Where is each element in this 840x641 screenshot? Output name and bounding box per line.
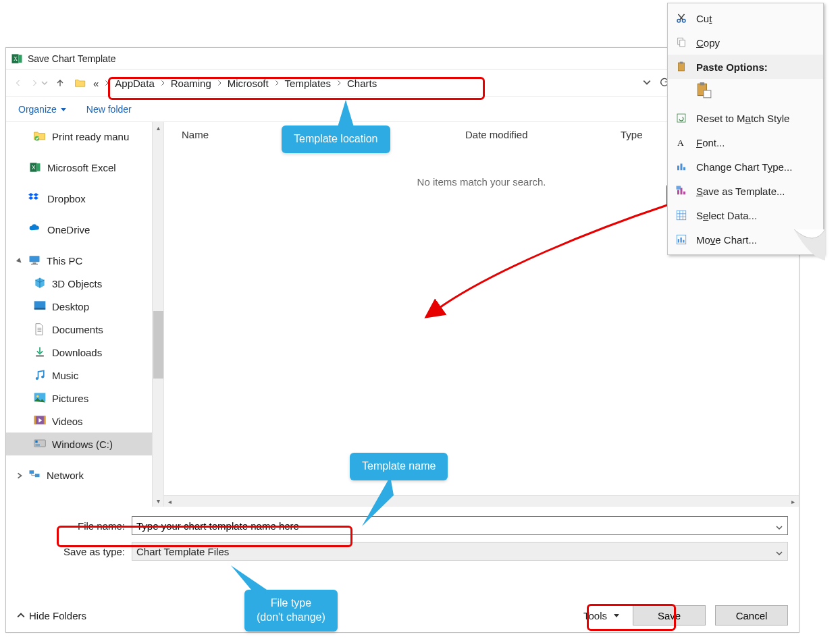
hide-folders-button[interactable]: Hide Folders [17,610,86,621]
ctx-paste-options-header: Paste Options: [668,55,823,79]
svg-rect-27 [34,416,36,424]
copy-icon [675,36,688,49]
column-modified-header[interactable]: Date modified [465,129,621,140]
svg-point-22 [36,377,38,380]
tree-item-pictures[interactable]: Pictures [6,387,163,410]
tree-item-videos[interactable]: Videos [6,410,163,433]
new-folder-button[interactable]: New folder [86,104,132,115]
svg-rect-53 [683,192,685,195]
file-name-input[interactable] [132,516,788,535]
move-chart-icon [675,233,688,246]
breadcrumb-microsoft[interactable]: Microsoft [225,76,271,90]
save-template-icon [675,184,688,198]
svg-rect-16 [34,301,46,308]
ctx-copy[interactable]: Copy [668,30,823,55]
cancel-button[interactable]: Cancel [715,605,788,625]
ctx-font[interactable]: A Font... [668,130,823,155]
tools-button[interactable]: Tools [583,610,619,621]
svg-marker-35 [362,476,394,526]
tree-item-onedrive[interactable]: OneDrive [6,218,163,241]
file-name-label: File name: [17,520,132,532]
svg-rect-49 [681,164,683,171]
ctx-paste-option-chip[interactable] [668,79,823,106]
reset-style-icon [675,111,688,125]
address-bar[interactable]: « AppData Roaming Microsoft Templates Ch… [70,73,637,93]
svg-text:A: A [677,138,684,148]
save-as-type-label: Save as type: [17,546,132,557]
svg-rect-21 [36,355,44,357]
nav-up-button[interactable] [53,76,67,90]
svg-rect-1 [19,55,22,63]
chart-type-icon [675,160,688,173]
scissors-icon [675,11,688,25]
svg-rect-28 [44,416,46,424]
svg-rect-61 [678,239,679,242]
svg-rect-32 [30,470,34,474]
svg-rect-48 [677,166,679,171]
navigation-pane: Print ready manu XMicrosoft Excel Dropbo… [6,122,163,507]
svg-marker-34 [338,100,354,127]
svg-rect-41 [679,63,685,71]
svg-rect-44 [700,82,705,85]
svg-rect-14 [33,262,36,264]
dialog-title: Save Chart Template [28,53,115,64]
svg-rect-50 [683,167,685,171]
tree-item-excel[interactable]: XMicrosoft Excel [6,156,163,179]
tree-item-3d-objects[interactable]: 3D Objects [6,272,163,295]
font-icon: A [675,136,688,149]
tree-item-downloads[interactable]: Downloads [6,341,163,364]
breadcrumb-charts[interactable]: Charts [344,76,379,90]
tree-item-network[interactable]: Network [6,464,163,486]
svg-marker-36 [231,565,269,598]
ctx-cut[interactable]: Cut [668,6,823,30]
clipboard-icon [675,60,688,74]
nav-forward-button[interactable] [28,76,41,90]
svg-rect-11 [37,163,41,171]
save-as-type-select[interactable]: Chart Template Files [132,542,788,561]
svg-point-23 [41,375,44,378]
breadcrumb-appdata[interactable]: AppData [112,76,157,90]
svg-rect-30 [35,445,40,446]
tree-item-desktop[interactable]: Desktop [6,295,163,318]
tree-item-windows-c[interactable]: Windows (C:) [6,433,163,455]
page-curl-decoration [794,229,825,260]
svg-text:X: X [14,56,18,62]
svg-rect-15 [31,264,38,264]
svg-rect-63 [683,240,684,243]
tree-item-this-pc[interactable]: This PC [6,249,163,272]
address-dropdown[interactable] [640,78,654,88]
svg-rect-17 [34,308,46,310]
svg-rect-62 [681,238,682,243]
breadcrumb-ellipsis[interactable]: « [90,76,101,90]
caret-down-icon [61,108,66,111]
svg-point-25 [36,395,38,397]
breadcrumb-templates[interactable]: Templates [282,76,334,90]
organize-button[interactable]: Organize [18,104,66,115]
tree-item-dropbox[interactable]: Dropbox [6,187,163,210]
chart-context-menu: Cut Copy Paste Options: Reset to Match S… [667,3,824,255]
content-hscrollbar[interactable]: ◂▸ [164,495,799,507]
breadcrumb-roaming[interactable]: Roaming [168,76,214,90]
svg-rect-42 [680,62,683,64]
ctx-save-as-template[interactable]: Save as Template... [668,179,823,203]
select-data-icon [675,208,688,222]
tree-item-print-ready[interactable]: Print ready manu [6,125,163,148]
nav-scrollbar[interactable]: ▴▾ [152,122,163,507]
nav-history-dropdown[interactable] [41,78,48,88]
svg-rect-45 [704,90,711,98]
tree-item-documents[interactable]: Documents [6,318,163,341]
svg-rect-40 [680,40,685,47]
svg-rect-51 [677,190,679,195]
save-button[interactable]: Save [633,605,706,625]
tree-item-music[interactable]: Music [6,364,163,387]
svg-rect-31 [35,441,37,443]
folder-icon [74,78,86,88]
callout-template-location: Template location [282,126,390,153]
ctx-change-chart-type[interactable]: Change Chart Type... [668,155,823,179]
excel-icon: X [10,52,24,65]
svg-rect-13 [30,256,40,262]
ctx-select-data[interactable]: Select Data... [668,203,823,227]
nav-back-button[interactable] [11,76,25,90]
ctx-reset-style[interactable]: Reset to Match Style [668,106,823,130]
svg-rect-54 [677,186,681,190]
